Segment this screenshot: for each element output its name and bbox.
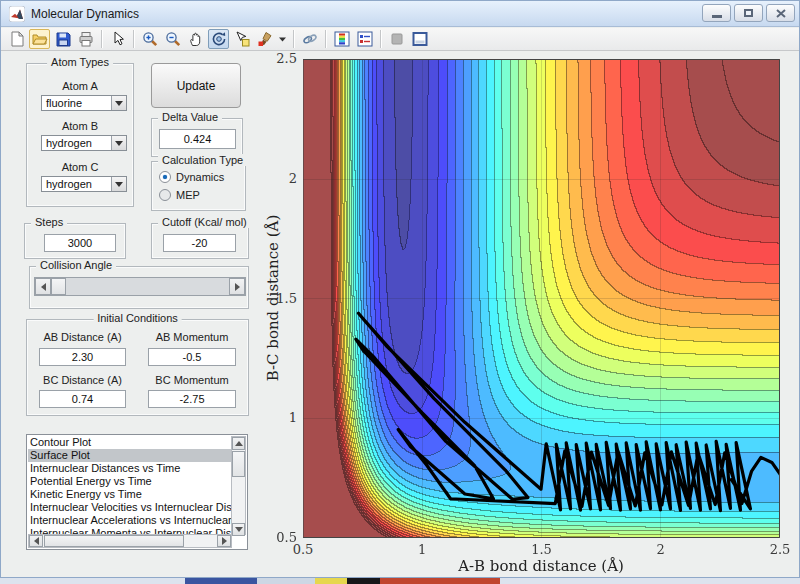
list-item[interactable]: Potential Energy vs Time [28,475,232,488]
pes-contour-canvas[interactable] [303,59,780,538]
close-icon [776,9,786,18]
screen: Molecular Dynamics Atom Types Atom A flu… [0,0,800,584]
atom-c-label: Atom C [26,161,134,173]
figure-toolbar [1,28,799,51]
atom-b-select[interactable]: hydrogen [41,135,127,151]
print-icon[interactable] [75,29,96,49]
dynamics-radio-icon[interactable] [159,171,171,183]
data-cursor-icon[interactable] [231,29,252,49]
mep-radio-icon[interactable] [159,189,171,201]
cutoff-title: Cutoff (Kcal/ mol) [158,216,251,228]
cutoff-field[interactable]: -20 [163,234,236,252]
bc-momentum-label: BC Momentum [148,374,236,386]
dynamics-radio-row[interactable]: Dynamics [159,171,224,183]
dropdown-arrow-icon[interactable] [277,29,288,49]
atom-c-dropdown-icon[interactable] [111,177,126,191]
background-peek-segment [347,578,380,584]
insert-colorbar-icon[interactable] [331,29,352,49]
bc-distance-field[interactable]: 0.74 [39,390,126,408]
open-folder-icon[interactable] [29,29,50,49]
scroll-right-arrow[interactable] [217,535,231,547]
update-button[interactable]: Update [151,63,241,108]
atom-b-label: Atom B [26,120,134,132]
ab-distance-field[interactable]: 2.30 [39,348,126,366]
pointer-arrow-icon[interactable] [107,29,128,49]
delta-value-field[interactable]: 0.424 [159,129,236,149]
app-window: Molecular Dynamics Atom Types Atom A flu… [0,0,800,578]
zoom-out-icon[interactable] [162,29,183,49]
title-bar[interactable]: Molecular Dynamics [1,1,799,27]
pan-hand-icon[interactable] [185,29,206,49]
list-item[interactable]: Kinetic Energy vs Time [28,488,232,501]
steps-field[interactable]: 3000 [44,234,116,252]
dynamics-radio-label: Dynamics [176,171,224,183]
link-plots-icon[interactable] [299,29,320,49]
y-tick-label: 2.5 [269,51,297,66]
background-window-peek [0,578,800,584]
slider-right-arrow[interactable] [229,278,245,295]
vertical-scrollbar[interactable] [231,436,246,535]
x-axis-label: A-B bond distance (Å) [458,557,624,575]
contour-plot [303,59,780,538]
toolbar-separator [325,30,326,48]
scroll-left-arrow[interactable] [29,535,43,547]
mep-radio-label: MEP [176,189,200,201]
zoom-in-icon[interactable] [139,29,160,49]
bc-momentum-field[interactable]: -2.75 [148,390,236,408]
toolbar-separator [101,30,102,48]
atom-a-label: Atom A [26,80,134,92]
atom-a-value: fluorine [42,96,111,110]
restore-icon [744,9,753,17]
x-tick-label: 2.5 [760,542,800,557]
hscroll-thumb[interactable] [44,535,184,547]
x-tick-label: 1 [402,542,442,557]
toolbar-separator [293,30,294,48]
slider-thumb[interactable] [51,278,66,295]
ab-momentum-field[interactable]: -0.5 [148,348,236,366]
vscroll-thumb[interactable] [232,451,245,477]
atom-types-title: Atom Types [47,56,113,68]
mep-radio-row[interactable]: MEP [159,189,200,201]
scroll-up-arrow[interactable] [232,437,245,450]
atom-a-select[interactable]: fluorine [41,95,127,111]
list-item[interactable]: Surface Plot [28,449,232,462]
list-item[interactable]: Internuclear Distances vs Time [28,462,232,475]
insert-legend-icon[interactable] [354,29,375,49]
client-area: Atom Types Atom A fluorine Atom B hydrog… [1,51,799,577]
list-item[interactable]: Internuclear Velocities vs Internuclear … [28,501,232,514]
new-document-icon[interactable] [6,29,27,49]
calculation-type-group: Calculation Type [151,161,246,211]
collision-angle-title: Collision Angle [36,259,116,271]
plot-type-listbox[interactable]: Contour PlotSurface PlotInternuclear Dis… [26,434,248,550]
dock-figure-icon[interactable] [409,29,430,49]
minimize-button[interactable] [702,4,731,22]
bc-distance-label: BC Distance (A) [39,374,126,386]
steps-title: Steps [31,216,67,228]
brush-icon[interactable] [254,29,275,49]
delta-value-title: Delta Value [158,111,222,123]
initial-conditions-title: Initial Conditions [93,312,182,324]
save-icon[interactable] [52,29,73,49]
rotate-3d-icon[interactable] [208,29,229,49]
background-peek-segment [185,578,257,584]
window-title: Molecular Dynamics [31,7,139,21]
list-item[interactable]: Internuclear Accelerations vs Internucle… [28,514,232,527]
atom-c-select[interactable]: hydrogen [41,176,127,192]
ab-momentum-label: AB Momentum [148,331,236,343]
close-button[interactable] [766,4,795,22]
slider-left-arrow[interactable] [35,278,51,295]
toolbar-separator [380,30,381,48]
background-peek-segment [380,578,500,584]
matlab-logo-icon [9,6,25,22]
atom-c-value: hydrogen [42,177,111,191]
scroll-down-arrow[interactable] [232,523,245,536]
toolbar-separator [133,30,134,48]
x-tick-label: 2 [641,542,681,557]
collision-angle-slider[interactable] [34,277,246,296]
atom-b-dropdown-icon[interactable] [111,136,126,150]
atom-a-dropdown-icon[interactable] [111,96,126,110]
hide-plot-tools-icon[interactable] [386,29,407,49]
restore-button[interactable] [734,4,763,22]
list-item[interactable]: Contour Plot [28,436,232,449]
horizontal-scrollbar[interactable] [28,534,232,548]
